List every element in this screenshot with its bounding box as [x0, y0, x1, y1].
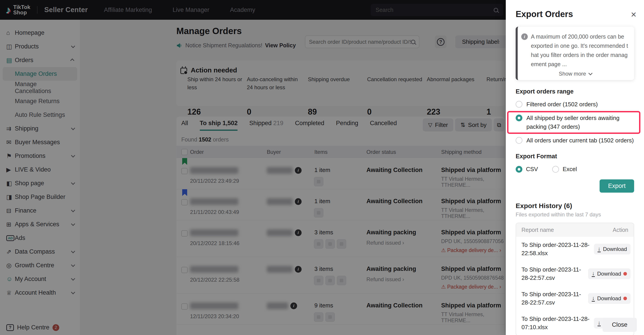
close-icon[interactable]: ×: [631, 10, 636, 19]
notice-body: A maximum of 200,000 orders can be expor…: [531, 32, 629, 69]
download-icon: ↓: [592, 295, 595, 302]
report-name: To Ship order-2023-11-28-22:57.csv: [522, 290, 588, 307]
export-orders-panel: Export Orders × i A maximum of 200,000 o…: [506, 0, 644, 335]
show-more-toggle[interactable]: Show more: [521, 71, 629, 77]
export-button[interactable]: Export: [600, 179, 634, 193]
download-icon: ↓: [598, 246, 601, 252]
radio-csv[interactable]: CSV: [516, 165, 538, 174]
history-row: To Ship order-2023-11-28-22:58.xlsx ↓ Do…: [516, 237, 634, 262]
report-name: To Ship order-2023-11-28-22:58.xlsx: [522, 241, 594, 257]
download-button[interactable]: ↓ Download: [588, 268, 630, 279]
radio-selected-icon[interactable]: [516, 166, 522, 173]
export-range-title: Export orders range: [516, 88, 634, 95]
col-report-name: Report name: [522, 227, 613, 233]
radio-selected-icon[interactable]: [516, 115, 522, 121]
close-button[interactable]: Close: [602, 318, 637, 332]
radio-label: CSV: [526, 165, 538, 174]
export-format-title: Export Format: [516, 153, 634, 160]
report-name: To Ship order-2023-11-28-07:10.xlsx: [522, 315, 594, 332]
radio-label: Filtered order (1502 orders): [526, 100, 598, 109]
download-button[interactable]: ↓ Download: [588, 293, 630, 304]
download-button[interactable]: ↓ Download: [594, 244, 630, 255]
radio-label: All shipped by seller orders awaiting pa…: [526, 114, 634, 131]
app-window: ♪ TikTok Shop Seller Center Affiliate Ma…: [0, 0, 644, 335]
download-icon: ↓: [592, 271, 595, 277]
new-file-dot: [623, 272, 627, 276]
radio-icon[interactable]: [516, 101, 522, 108]
radio-all-orders-current-tab[interactable]: All orders under current tab (1502 order…: [516, 136, 634, 145]
panel-title: Export Orders: [516, 9, 634, 19]
history-row: To Ship order-2023-11-28-22:57.csv ↓ Dow…: [516, 262, 634, 286]
new-file-dot: [623, 297, 627, 300]
radio-all-shipped-awaiting-packing[interactable]: All shipped by seller orders awaiting pa…: [516, 114, 634, 131]
radio-icon[interactable]: [552, 166, 559, 173]
history-row: To Ship order-2023-11-28-22:57.csv ↓ Dow…: [516, 286, 634, 311]
radio-excel[interactable]: Excel: [552, 165, 577, 174]
chevron-down-icon: [588, 71, 592, 75]
radio-icon[interactable]: [516, 137, 522, 144]
radio-label: Excel: [562, 165, 577, 174]
report-name: To Ship order-2023-11-28-22:57.csv: [522, 266, 588, 282]
export-history-title: Export History (6): [516, 202, 634, 210]
info-icon: i: [521, 33, 528, 40]
radio-label: All orders under current tab (1502 order…: [526, 136, 634, 145]
col-action: Action: [613, 227, 628, 233]
radio-filtered-order[interactable]: Filtered order (1502 orders): [516, 100, 634, 109]
export-limit-notice: i A maximum of 200,000 orders can be exp…: [516, 27, 634, 80]
export-history-subtitle: Files exported within the last 7 days: [516, 211, 634, 218]
download-icon: ↓: [598, 320, 601, 326]
